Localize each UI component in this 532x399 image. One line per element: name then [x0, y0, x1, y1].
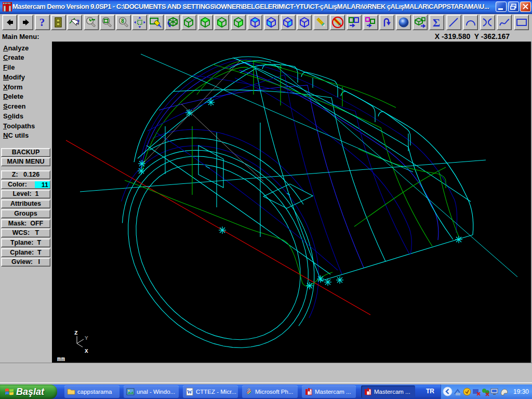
svg-text:X: X — [85, 348, 88, 354]
svg-text:Σ: Σ — [433, 16, 440, 29]
svg-text:mm: mm — [57, 356, 65, 363]
svg-text:?: ? — [76, 18, 79, 25]
svg-text:W: W — [187, 389, 192, 395]
svg-text:8: 8 — [121, 18, 124, 24]
svg-text:Z: Z — [74, 330, 78, 336]
svg-text:Y: Y — [85, 335, 88, 341]
svg-text:?: ? — [39, 16, 45, 29]
